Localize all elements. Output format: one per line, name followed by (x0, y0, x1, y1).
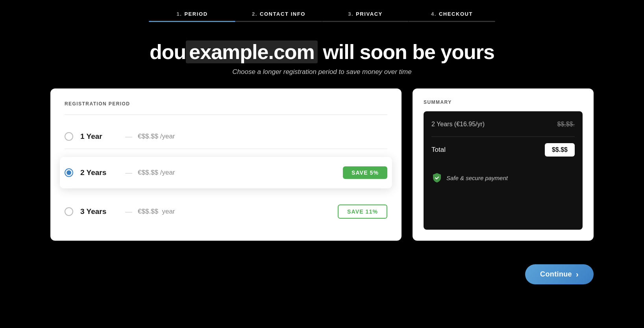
period-label-2years: 2 Years (80, 168, 120, 177)
summary-line-item-value: $$,$$. (557, 121, 575, 128)
registration-card: REGISTRATION PERIOD 1 Year — €$$.$$ /yea… (50, 88, 402, 241)
period-price-2years: €$$.$$ /year (138, 169, 175, 177)
shield-icon (431, 172, 442, 183)
summary-dark-panel: 2 Years (€16.95/yr) $$,$$. Total $$.$$ S… (424, 111, 583, 230)
registration-section-title: REGISTRATION PERIOD (65, 101, 387, 107)
chevron-right-icon: › (576, 270, 579, 279)
summary-total-value: $$.$$ (545, 143, 575, 157)
stepper: 1.PERIOD 2.CONTACT INFO 3.PRIVACY 4.CHEC… (0, 0, 644, 22)
radio-3years[interactable] (65, 207, 73, 216)
save-badge-3years[interactable]: SAVE 11% (338, 205, 387, 219)
summary-section-title: SUMMARY (424, 100, 583, 105)
divider-1 (65, 149, 387, 149)
step-line-checkout (409, 21, 495, 22)
radio-2years[interactable] (65, 168, 73, 177)
step-checkout[interactable]: 4.CHECKOUT (409, 11, 495, 22)
continue-label: Continue (540, 270, 572, 278)
radio-inner-2years (67, 170, 71, 175)
summary-secure-row: Safe & secure payment (431, 172, 575, 183)
hero-subtitle: Choose a longer registration period to s… (0, 68, 644, 76)
summary-card: SUMMARY 2 Years (€16.95/yr) $$,$$. Total… (413, 88, 594, 241)
step-line-period (149, 21, 235, 22)
footer-row: Continue › (27, 264, 617, 300)
summary-line-item-row: 2 Years (€16.95/yr) $$,$$. (431, 121, 575, 128)
hero-title: douexample.com will soon be yours (0, 41, 644, 63)
radio-1year[interactable] (65, 132, 73, 141)
step-privacy[interactable]: 3.PRIVACY (322, 11, 409, 22)
period-option-1year[interactable]: 1 Year — €$$.$$ /year (65, 124, 387, 149)
continue-button[interactable]: Continue › (525, 264, 594, 284)
hero-suffix: will soon be yours (323, 41, 494, 63)
hero-prefix: dou (150, 41, 186, 63)
save-badge-2years[interactable]: SAVE 5% (343, 166, 387, 179)
period-option-3years[interactable]: 3 Years — €$$.$$ year SAVE 11% (65, 197, 387, 227)
hero-section: douexample.com will soon be yours Choose… (0, 22, 644, 88)
summary-divider (431, 136, 575, 137)
summary-total-label: Total (431, 146, 446, 154)
period-price-3years: €$$.$$ year (138, 208, 175, 216)
hero-highlight: example.com (186, 41, 318, 63)
step-contact-info[interactable]: 2.CONTACT INFO (235, 11, 322, 22)
summary-line-item-label: 2 Years (€16.95/yr) (431, 121, 485, 128)
registration-divider (65, 114, 387, 115)
step-line-contact (235, 21, 322, 22)
step-period[interactable]: 1.PERIOD (149, 11, 235, 22)
summary-secure-text: Safe & secure payment (446, 175, 508, 181)
main-content: REGISTRATION PERIOD 1 Year — €$$.$$ /yea… (27, 88, 617, 264)
period-price-1year: €$$.$$ /year (138, 133, 175, 140)
period-label-3years: 3 Years (80, 207, 120, 216)
summary-total-row: Total $$.$$ (431, 143, 575, 157)
step-line-privacy (322, 21, 409, 22)
period-label-1year: 1 Year (80, 132, 120, 141)
period-option-2years[interactable]: 2 Years — €$$.$$ /year SAVE 5% (60, 157, 392, 188)
